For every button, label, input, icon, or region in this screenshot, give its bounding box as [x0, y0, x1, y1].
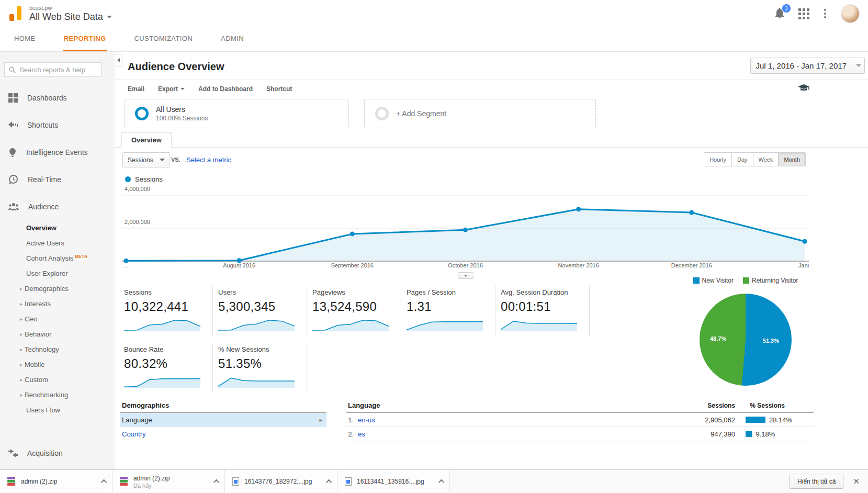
- language-link[interactable]: es: [358, 430, 365, 438]
- metric-sparkline: [407, 318, 483, 332]
- chart-expander-button[interactable]: [458, 272, 474, 279]
- sidebar-item-shortcuts[interactable]: Shortcuts: [0, 111, 115, 139]
- audience-icon: [8, 203, 19, 211]
- subnav-demographics[interactable]: ▸Demographics: [0, 281, 115, 296]
- language-link[interactable]: en-us: [358, 416, 375, 424]
- tab-admin[interactable]: ADMIN: [220, 27, 245, 51]
- select-a-metric-link[interactable]: Select a metric: [186, 156, 231, 164]
- granularity-month[interactable]: Month: [779, 153, 805, 166]
- sidebar-item-real-time[interactable]: Real-Time: [0, 166, 115, 193]
- granularity-hourly[interactable]: Hourly: [704, 153, 732, 166]
- tab-home[interactable]: HOME: [13, 27, 37, 51]
- demographics-row-language[interactable]: Language ▸: [120, 413, 326, 427]
- subnav-users-flow[interactable]: Users Flow: [0, 402, 115, 418]
- tab-reporting[interactable]: REPORTING: [63, 27, 107, 51]
- metric-value: 13,524,590: [312, 299, 394, 314]
- tab-customization[interactable]: CUSTOMIZATION: [133, 27, 194, 51]
- lightbulb-icon: [8, 148, 17, 158]
- row-rank: 1.: [346, 416, 358, 424]
- action-label: Email: [128, 85, 144, 93]
- subnav-behavior[interactable]: ▸Behavior: [0, 327, 115, 342]
- sidebar-item-intelligence-events[interactable]: Intelligence Events: [0, 139, 115, 166]
- chevron-down-icon: [160, 159, 165, 161]
- shortcuts-icon: [8, 121, 18, 129]
- subnav-technology[interactable]: ▸Technology: [0, 342, 115, 357]
- sidebar-collapse-button[interactable]: [115, 54, 122, 66]
- metric-label: Bounce Rate: [124, 345, 206, 353]
- subnav-label: Overview: [26, 224, 57, 232]
- granularity-week[interactable]: Week: [753, 153, 779, 166]
- download-item-zip-1[interactable]: admin (2).zip: [0, 470, 112, 493]
- property-selector[interactable]: All Web Site Data: [29, 12, 112, 23]
- download-menu-chevron-icon[interactable]: [438, 479, 444, 485]
- column-header-pct-sessions: % Sessions: [735, 402, 814, 409]
- metric-card-avg-session-duration[interactable]: Avg. Session Duration 00:01:51: [501, 286, 590, 336]
- primary-nav: HOME REPORTING CUSTOMIZATION ADMIN: [0, 27, 868, 52]
- search-icon: [9, 66, 16, 74]
- archive-file-icon: [120, 477, 128, 486]
- sidebar-item-audience[interactable]: Audience: [0, 193, 115, 220]
- demographics-row-country[interactable]: Country: [120, 427, 326, 441]
- more-menu-button[interactable]: [822, 9, 828, 18]
- tab-overview[interactable]: Overview: [121, 132, 172, 148]
- email-button[interactable]: Email: [128, 85, 144, 93]
- audience-subnav: Overview Active Users Cohort AnalysisBET…: [0, 220, 115, 418]
- download-item-zip-2[interactable]: admin (2).zip Đã hủy: [112, 470, 225, 493]
- subnav-mobile[interactable]: ▸Mobile: [0, 357, 115, 372]
- help-academy-button[interactable]: [798, 84, 809, 94]
- close-downloads-bar-icon[interactable]: ✕: [853, 477, 860, 486]
- subnav-label: User Explorer: [26, 270, 67, 277]
- action-label: Add to Dashboard: [198, 85, 253, 93]
- sidebar-item-acquisition[interactable]: Acquisition: [0, 440, 115, 467]
- add-segment-button[interactable]: + Add Segment: [364, 99, 596, 128]
- subnav-interests[interactable]: ▸Interests: [0, 296, 115, 311]
- visitor-pie-chart[interactable]: 51.3% 48.7%: [700, 294, 792, 386]
- visitor-type-panel: New Visitor Returning Visitor 51.3% 48.7…: [657, 277, 835, 386]
- subnav-custom[interactable]: ▸Custom: [0, 372, 115, 387]
- metric-label: Pageviews: [312, 288, 394, 296]
- shortcut-button[interactable]: Shortcut: [266, 85, 292, 93]
- apps-grid-button[interactable]: [798, 8, 809, 19]
- metric-card-sessions[interactable]: Sessions 10,322,441: [124, 286, 213, 336]
- metric-label: Users: [218, 288, 300, 296]
- download-menu-chevron-icon[interactable]: [326, 479, 332, 485]
- expand-arrow-icon: ▸: [20, 331, 22, 337]
- subnav-geo[interactable]: ▸Geo: [0, 311, 115, 327]
- segment-title: All Users: [156, 105, 208, 115]
- export-button[interactable]: Export: [158, 85, 185, 93]
- mortarboard-icon: [798, 84, 809, 92]
- subnav-user-explorer[interactable]: User Explorer: [0, 266, 115, 281]
- granularity-day[interactable]: Day: [732, 153, 753, 166]
- show-all-downloads-button[interactable]: Hiển thị tất cả: [790, 475, 843, 489]
- download-item-jpg-1[interactable]: 16143776_182972....jpg: [225, 470, 337, 493]
- user-avatar[interactable]: [841, 4, 860, 23]
- search-input[interactable]: [19, 66, 97, 74]
- download-menu-chevron-icon[interactable]: [101, 479, 107, 485]
- metric-card-pages-session[interactable]: Pages / Session 1.31: [407, 286, 495, 336]
- metric-card-bounce-rate[interactable]: Bounce Rate 80.32%: [124, 343, 213, 393]
- download-item-jpg-2[interactable]: 16113441_135816....jpg: [337, 470, 450, 493]
- subnav-active-users[interactable]: Active Users: [0, 236, 115, 251]
- segment-all-users[interactable]: All Users 100.00% Sessions: [124, 99, 349, 128]
- pct-bar: [746, 431, 752, 437]
- date-range-selector[interactable]: Jul 1, 2016 - Jan 17, 2017: [750, 58, 865, 74]
- metric-select[interactable]: Sessions: [122, 152, 170, 167]
- subnav-label: Geo: [25, 315, 38, 323]
- action-label: Export: [158, 85, 178, 93]
- sidebar-item-dashboards[interactable]: Dashboards: [0, 84, 115, 111]
- image-file-icon: [345, 477, 352, 486]
- subnav-cohort-analysis[interactable]: Cohort AnalysisBETA: [0, 251, 115, 266]
- add-segment-label: + Add Segment: [396, 109, 446, 118]
- metric-card-new-sessions[interactable]: % New Sessions 51.35%: [218, 343, 307, 393]
- sessions-value: 2,905,062: [678, 416, 735, 424]
- subnav-overview[interactable]: Overview: [0, 220, 115, 236]
- metric-card-pageviews[interactable]: Pageviews 13,524,590: [312, 286, 401, 336]
- add-to-dashboard-button[interactable]: Add to Dashboard: [198, 85, 253, 93]
- action-label: Shortcut: [266, 85, 292, 93]
- metric-card-users[interactable]: Users 5,300,345: [218, 286, 307, 336]
- notifications-button[interactable]: 3: [774, 7, 786, 20]
- subnav-benchmarking[interactable]: ▸Benchmarking: [0, 387, 115, 402]
- download-menu-chevron-icon[interactable]: [213, 479, 219, 485]
- chevron-down-icon: [107, 16, 112, 18]
- sessions-chart[interactable]: 4,000,000 2,000,000 ...August 2016Septem…: [122, 187, 809, 271]
